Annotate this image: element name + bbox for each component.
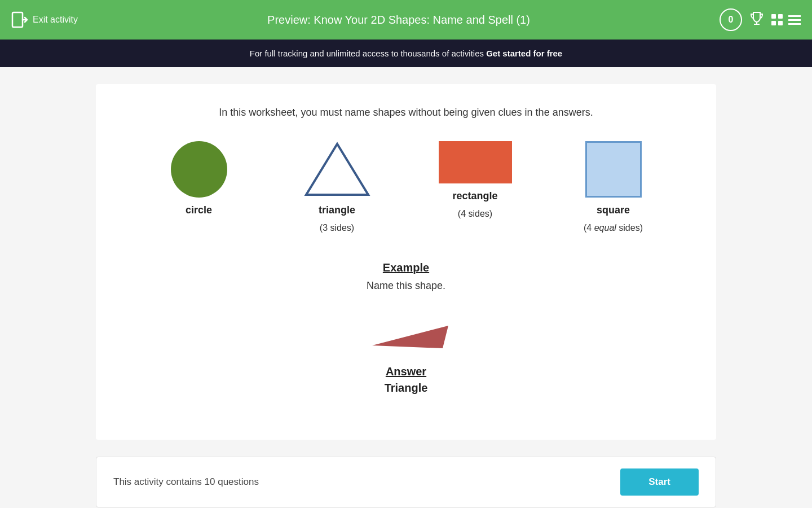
exit-label: Exit activity xyxy=(33,15,78,25)
score-badge: 0 xyxy=(720,8,742,31)
bottom-bar: This activity contains 10 questions Star… xyxy=(96,457,716,507)
circle-shape xyxy=(171,141,227,198)
header-controls: 0 xyxy=(720,8,801,31)
svg-marker-4 xyxy=(372,326,448,348)
rectangle-sublabel: (4 sides) xyxy=(458,209,492,219)
shapes-row: circle triangle (3 sides) rectangle (4 s… xyxy=(130,141,682,233)
banner-cta[interactable]: Get started for free xyxy=(486,49,562,58)
example-question: Name this shape. xyxy=(130,280,682,292)
shape-item-circle: circle xyxy=(143,141,255,216)
square-label: square xyxy=(597,204,630,216)
example-title: Example xyxy=(130,261,682,274)
svg-marker-3 xyxy=(306,144,368,195)
trophy-button[interactable] xyxy=(749,10,765,29)
main-content: In this worksheet, you must name shapes … xyxy=(96,84,716,440)
start-button[interactable]: Start xyxy=(620,468,699,496)
svg-rect-0 xyxy=(12,12,23,27)
trophy-icon xyxy=(749,10,765,26)
grid-icon[interactable] xyxy=(771,14,783,25)
header-extra-icons xyxy=(771,14,801,25)
example-shape xyxy=(361,303,451,354)
triangle-shape xyxy=(303,141,371,198)
promo-banner: For full tracking and unlimited access t… xyxy=(0,40,812,67)
rectangle-shape xyxy=(439,141,512,183)
shape-item-square: square (4 equal sides) xyxy=(557,141,670,233)
shape-item-rectangle: rectangle (4 sides) xyxy=(419,141,532,219)
triangle-label: triangle xyxy=(319,204,355,216)
page-title: Preview: Know Your 2D Shapes: Name and S… xyxy=(78,14,720,27)
questions-count-text: This activity contains 10 questions xyxy=(113,476,259,488)
exit-icon xyxy=(11,11,28,28)
answer-value: Triangle xyxy=(130,382,682,395)
square-shape xyxy=(585,141,642,198)
exit-button[interactable]: Exit activity xyxy=(11,11,78,28)
answer-title: Answer xyxy=(130,365,682,378)
shape-item-triangle: triangle (3 sides) xyxy=(281,141,394,233)
square-sublabel: (4 equal sides) xyxy=(584,223,643,233)
banner-text: For full tracking and unlimited access t… xyxy=(250,49,486,58)
example-section: Example Name this shape. Answer Triangle xyxy=(130,261,682,395)
menu-icon[interactable] xyxy=(788,15,801,25)
rectangle-label: rectangle xyxy=(452,190,497,202)
app-header: Exit activity Preview: Know Your 2D Shap… xyxy=(0,0,812,40)
intro-text: In this worksheet, you must name shapes … xyxy=(130,107,682,119)
circle-label: circle xyxy=(186,204,212,216)
triangle-sublabel: (3 sides) xyxy=(320,223,354,233)
